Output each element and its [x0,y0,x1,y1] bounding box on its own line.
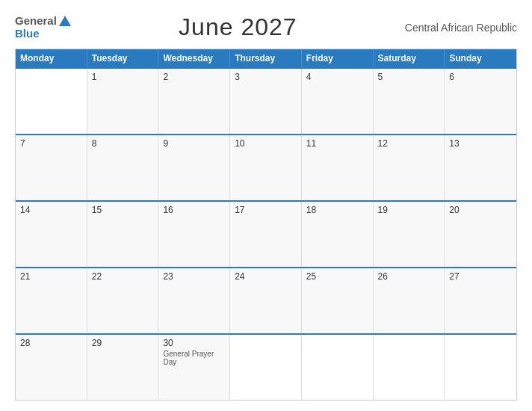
logo: General Blue [15,15,71,40]
day-headers: Monday Tuesday Wednesday Thursday Friday… [16,49,516,67]
day-cell: 8 [87,135,159,200]
header-wednesday: Wednesday [158,49,230,67]
header-sunday: Sunday [445,49,516,67]
day-cell: 27 [445,268,516,333]
day-cell: 28 [16,335,87,400]
month-title: June 2027 [179,13,297,41]
day-cell: 13 [445,135,516,200]
day-cell [445,335,516,400]
day-cell: 12 [374,135,445,200]
week-row: 21 22 23 24 25 26 27 [16,267,516,333]
day-cell: 10 [230,135,302,200]
day-cell: 3 [230,69,302,134]
day-cell: 1 [87,69,159,134]
day-cell: 24 [230,268,302,333]
week-row: 28 29 30 General Prayer Day [16,333,516,400]
day-cell: 29 [87,335,159,400]
day-cell: 2 [158,69,230,134]
day-cell: 16 [158,202,230,267]
header-friday: Friday [302,49,374,67]
country-name: Central African Republic [405,22,517,34]
day-cell: 11 [302,135,374,200]
header-tuesday: Tuesday [87,49,159,67]
day-cell: 19 [374,202,445,267]
day-cell: 5 [374,69,445,134]
event-label: General Prayer Day [163,350,225,366]
day-cell: 18 [302,202,374,267]
calendar-page: General Blue June 2027 Central African R… [0,0,532,411]
day-cell: 4 [302,69,374,134]
header-saturday: Saturday [374,49,445,67]
day-cell: 22 [87,268,159,333]
week-row: 7 8 9 10 11 12 13 [16,134,516,200]
day-cell: 6 [445,69,516,134]
day-cell: 23 [158,268,230,333]
logo-general-text: General [15,15,57,28]
day-cell: 20 [445,202,516,267]
day-cell [16,69,87,134]
calendar: Monday Tuesday Wednesday Thursday Friday… [15,49,517,401]
week-row: 1 2 3 4 5 6 [16,67,516,134]
day-cell: 9 [158,135,230,200]
header-monday: Monday [16,49,87,67]
day-cell: 25 [302,268,374,333]
header-thursday: Thursday [230,49,302,67]
day-cell: 14 [16,202,87,267]
logo-triangle-icon [59,16,71,26]
day-cell [374,335,445,400]
day-cell-with-event: 30 General Prayer Day [158,335,230,400]
day-cell: 26 [374,268,445,333]
week-row: 14 15 16 17 18 19 20 [16,200,516,267]
day-cell [302,335,374,400]
weeks: 1 2 3 4 5 6 7 8 9 10 11 12 13 14 15 [16,67,516,400]
day-cell [230,335,302,400]
day-cell: 7 [16,135,87,200]
header: General Blue June 2027 Central African R… [15,13,517,41]
day-cell: 21 [16,268,87,333]
day-cell: 15 [87,202,159,267]
logo-blue-text: Blue [15,28,71,40]
day-cell: 17 [230,202,302,267]
